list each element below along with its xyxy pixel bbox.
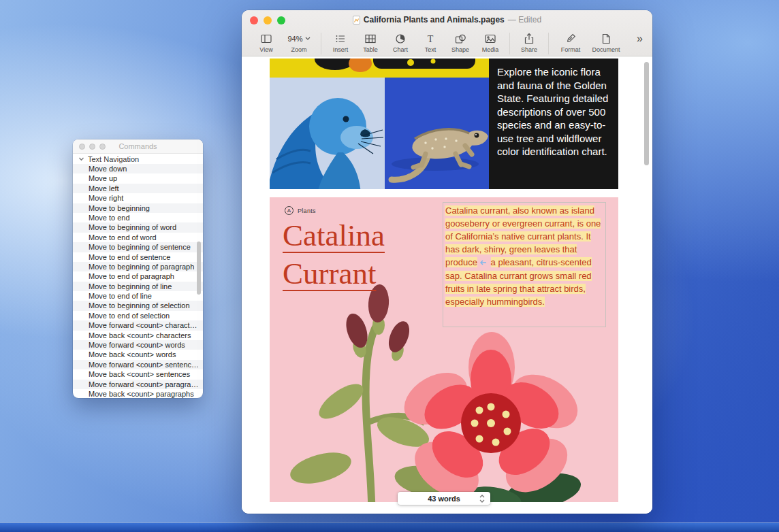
document-title: California Plants and Animals.pages [364, 15, 505, 24]
commands-window: Commands Text Navigation Move down Move … [73, 139, 203, 398]
text-icon: T [424, 31, 437, 46]
intro-text: Explore the iconic flora and fauna of th… [497, 65, 610, 159]
commands-list: Text Navigation Move down Move up Move l… [73, 154, 203, 398]
command-item[interactable]: Move back <count> paragraphs [73, 389, 203, 398]
shape-icon [454, 31, 467, 46]
toolbar: View 94% Zoom Insert [242, 29, 652, 56]
commands-titlebar: Commands [73, 139, 203, 154]
command-item[interactable]: Move to beginning [73, 203, 203, 213]
lizard-illustration[interactable] [385, 78, 489, 189]
fullscreen-button[interactable] [99, 144, 106, 150]
command-item[interactable]: Move to beginning of word [73, 222, 203, 232]
command-item[interactable]: Move to beginning of paragraph [73, 262, 203, 271]
section-title: Text Navigation [88, 155, 139, 163]
minimize-button[interactable] [264, 16, 272, 24]
body-text-frame[interactable]: Catalina currant, also known as island g… [443, 202, 606, 327]
share-icon [522, 31, 536, 46]
command-item[interactable]: Move back <count> characters [73, 331, 203, 340]
close-button[interactable] [250, 16, 258, 24]
commands-section-header[interactable]: Text Navigation [73, 154, 203, 164]
toolbar-table-button[interactable]: Table [355, 31, 385, 53]
pages-window: California Plants and Animals.pages — Ed… [242, 10, 652, 514]
wallpaper-horizon [0, 522, 779, 532]
toolbar-media-button[interactable]: Media [475, 31, 505, 53]
toolbar-shape-button[interactable]: Shape [445, 31, 475, 53]
chevron-down-icon [305, 37, 311, 40]
command-item[interactable]: Move to end of word [73, 233, 203, 242]
command-item[interactable]: Move to beginning of line [73, 282, 203, 291]
window-header: California Plants and Animals.pages — Ed… [242, 10, 652, 56]
command-item[interactable]: Move forward <count> words [73, 340, 203, 350]
command-item[interactable]: Move to beginning of selection [73, 301, 203, 310]
toolbar-divider [509, 33, 510, 54]
view-sidebar-icon [259, 31, 273, 46]
command-item[interactable]: Move to end of selection [73, 311, 203, 320]
command-item[interactable]: Move up [73, 173, 203, 183]
pages-document-icon [353, 16, 360, 24]
seal-illustration[interactable] [270, 78, 385, 189]
desktop-wallpaper: Commands Text Navigation Move down Move … [0, 0, 779, 532]
format-brush-icon [564, 31, 577, 46]
toolbar-format-button[interactable]: Format [553, 31, 588, 53]
toolbar-share-button[interactable]: Share [514, 31, 544, 53]
commands-traffic-lights [79, 144, 106, 150]
traffic-lights [250, 16, 285, 24]
toolbar-overflow-button[interactable]: » [635, 31, 644, 46]
insert-icon [334, 31, 347, 46]
toolbar-divider [321, 33, 321, 54]
command-item[interactable]: Move forward <count> paragra… [73, 380, 203, 389]
fullscreen-button[interactable] [277, 16, 285, 24]
section-label-text: Plants [298, 207, 316, 214]
intro-text-box[interactable]: Explore the iconic flora and fauna of th… [489, 59, 618, 189]
command-item[interactable]: Move to end of sentence [73, 252, 203, 262]
document-icon [599, 31, 613, 46]
edited-badge: — Edited [508, 15, 541, 24]
word-count-text: 43 words [428, 495, 460, 503]
table-icon [364, 31, 377, 46]
close-button[interactable] [79, 144, 85, 150]
section-badge: A [285, 206, 293, 215]
word-count-badge[interactable]: 43 words [398, 492, 490, 505]
command-item[interactable]: Move forward <count> charact… [73, 320, 203, 330]
header-image-strip[interactable] [270, 59, 489, 78]
section-label[interactable]: A Plants [285, 206, 316, 215]
chart-icon [394, 31, 407, 46]
command-item[interactable]: Move to end [73, 213, 203, 222]
window-title: California Plants and Animals.pages — Ed… [296, 10, 598, 29]
toolbar-text-button[interactable]: T Text [415, 31, 445, 53]
document-canvas: Explore the iconic flora and fauna of th… [242, 57, 652, 514]
command-item[interactable]: Move back <count> sentences [73, 369, 203, 379]
command-item[interactable]: Move to end of line [73, 291, 203, 301]
toolbar-document-button[interactable]: Document [588, 31, 624, 53]
document-heading[interactable]: Catalina Currant [283, 216, 385, 293]
plants-page-section: A Plants Catalina Currant Catalina curra… [270, 197, 618, 502]
chevron-down-icon [78, 157, 84, 161]
minimize-button[interactable] [89, 144, 95, 150]
zoom-value: 94% [287, 31, 310, 46]
toolbar-zoom-button[interactable]: 94% Zoom [281, 31, 317, 53]
toolbar-view-button[interactable]: View [251, 31, 281, 53]
command-item[interactable]: Move left [73, 184, 203, 193]
toolbar-insert-button[interactable]: Insert [325, 31, 355, 53]
svg-text:T: T [428, 34, 434, 44]
toolbar-chart-button[interactable]: Chart [385, 31, 415, 53]
commands-scrollbar[interactable] [197, 242, 201, 295]
command-item[interactable]: Move right [73, 193, 203, 203]
command-item[interactable]: Move forward <count> sentenc… [73, 360, 203, 369]
command-item[interactable]: Move down [73, 164, 203, 173]
document-scrollbar[interactable] [644, 62, 649, 165]
command-item[interactable]: Move back <count> words [73, 350, 203, 359]
word-count-stepper-icon [479, 494, 486, 503]
toolbar-divider [548, 33, 549, 54]
command-item[interactable]: Move to beginning of sentence [73, 242, 203, 252]
text-cursor-icon [479, 256, 487, 269]
command-item[interactable]: Move to end of paragraph [73, 271, 203, 281]
media-icon [483, 31, 497, 46]
